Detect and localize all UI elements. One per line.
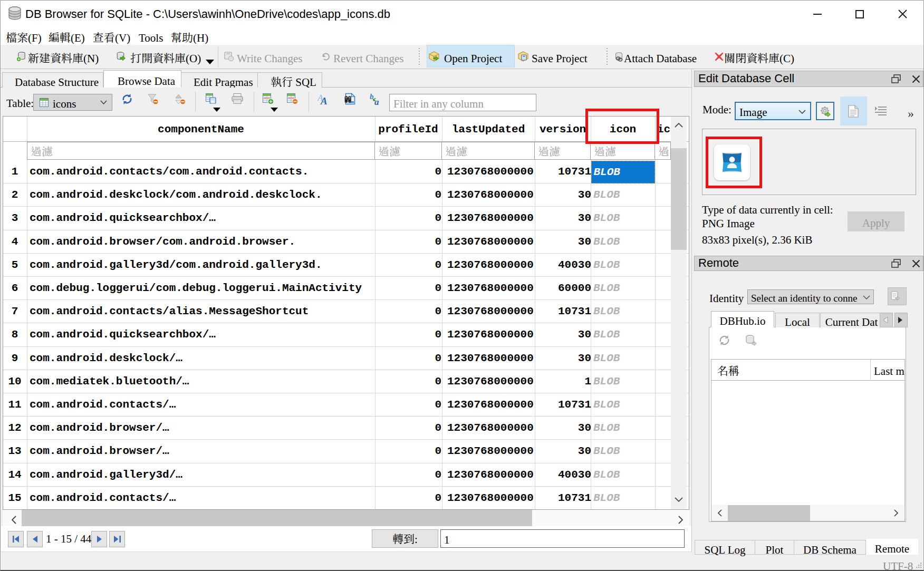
svg-text:A: A: [320, 95, 328, 105]
